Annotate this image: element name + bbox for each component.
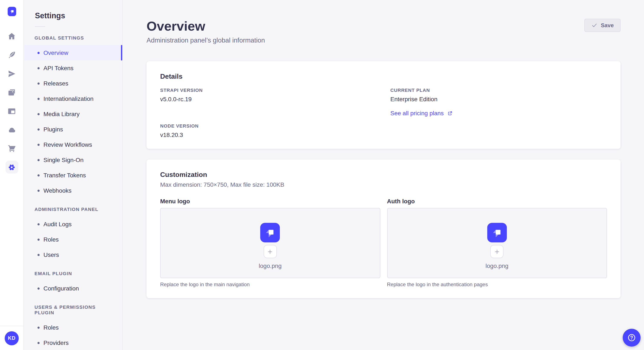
help-button[interactable] (623, 329, 640, 347)
auth-logo-dropzone[interactable]: logo.png (387, 208, 607, 278)
sidebar-item-audit-logs[interactable]: Audit Logs (24, 216, 122, 232)
sidebar-item-admin-roles[interactable]: Roles (24, 232, 122, 247)
strapi-logo[interactable] (8, 7, 16, 16)
bullet-dot (38, 189, 40, 191)
customization-constraints: Max dimension: 750×750, Max file size: 1… (160, 181, 607, 188)
plus-icon (494, 248, 500, 255)
sidebar-item-email-configuration[interactable]: Configuration (24, 281, 122, 296)
field-label: CURRENT PLAN (390, 88, 607, 93)
bullet-dot (38, 174, 40, 176)
marketplace-cart-icon[interactable] (2, 139, 21, 158)
media-library-icon[interactable] (2, 83, 21, 102)
sidebar-item-review-workflows[interactable]: Review Workflows (24, 137, 122, 152)
strapi-logo-glyph (490, 225, 504, 240)
settings-active-tile (5, 161, 18, 174)
section-administration-panel: ADMINISTRATION PANEL Audit Logs Roles Us… (24, 207, 122, 262)
sidebar-item-transfer-tokens[interactable]: Transfer Tokens (24, 168, 122, 183)
menu-logo-preview (260, 223, 280, 242)
menu-logo-add-button[interactable] (264, 245, 277, 258)
sidebar-item-media-library[interactable]: Media Library (24, 106, 122, 122)
auth-logo-label: Auth logo (387, 197, 607, 205)
bullet-dot (38, 82, 40, 84)
bullet-dot (38, 67, 40, 69)
save-button[interactable]: Save (584, 19, 620, 32)
bullet-dot (38, 223, 40, 225)
bullet-dot (38, 254, 40, 256)
page-header: Overview Administration panel’s global i… (146, 19, 620, 44)
rail-footer: KD (0, 326, 24, 350)
page-title: Overview (146, 19, 265, 34)
section-email-plugin: EMAIL PLUGIN Configuration (24, 271, 122, 296)
field-value: Enterprise Edition (390, 96, 607, 103)
bullet-dot (38, 98, 40, 100)
bullet-dot (38, 159, 40, 161)
sidebar-item-internationalization[interactable]: Internationalization (24, 91, 122, 106)
node-version-field: NODE VERSION v18.20.3 (160, 123, 377, 139)
home-icon[interactable] (2, 27, 21, 45)
auth-logo-hint: Replace the logo in the authentication p… (387, 282, 607, 288)
title-divider (35, 26, 45, 27)
auth-logo-filename: logo.png (486, 262, 508, 269)
check-icon (591, 22, 597, 28)
details-card: Details STRAPI VERSION v5.0.0-rc.19 NODE… (146, 61, 620, 149)
paper-plane-icon[interactable] (2, 64, 21, 83)
details-grid: STRAPI VERSION v5.0.0-rc.19 NODE VERSION… (160, 88, 607, 139)
customization-card: Customization Max dimension: 750×750, Ma… (146, 160, 620, 298)
settings-gear-icon[interactable] (2, 158, 21, 176)
strapi-version-field: STRAPI VERSION v5.0.0-rc.19 (160, 88, 377, 103)
menu-logo-hint: Replace the logo in the main navigation (160, 282, 380, 288)
sidebar-item-releases[interactable]: Releases (24, 76, 122, 91)
section-global-settings: GLOBAL SETTINGS Overview API Tokens Rele… (24, 35, 122, 198)
details-col-right: CURRENT PLAN Enterprise Edition See all … (390, 88, 607, 139)
user-avatar[interactable]: KD (5, 331, 19, 345)
menu-logo-filename: logo.png (259, 262, 282, 269)
details-card-title: Details (160, 72, 607, 81)
content-layout-icon[interactable] (2, 102, 21, 120)
menu-logo-label: Menu logo (160, 197, 380, 205)
sidebar-item-plugins[interactable]: Plugins (24, 122, 122, 137)
sidebar-item-up-roles[interactable]: Roles (24, 320, 122, 335)
bullet-dot (38, 128, 40, 130)
page-subtitle: Administration panel’s global informatio… (146, 37, 265, 44)
page-title-block: Overview Administration panel’s global i… (146, 19, 265, 44)
current-plan-field: CURRENT PLAN Enterprise Edition (390, 88, 607, 103)
plus-icon (267, 248, 274, 255)
external-link-icon (447, 110, 453, 116)
section-users-permissions-plugin: USERS & PERMISSIONS PLUGIN Roles Provide… (24, 305, 122, 350)
field-value: v5.0.0-rc.19 (160, 96, 377, 103)
bullet-dot (38, 113, 40, 115)
menu-logo-dropzone[interactable]: logo.png (160, 208, 380, 278)
bullet-dot (38, 238, 40, 240)
sidebar-item-single-sign-on[interactable]: Single Sign-On (24, 152, 122, 168)
main-content: Overview Administration panel’s global i… (123, 0, 644, 350)
field-label: NODE VERSION (160, 123, 377, 129)
sidebar-title: Settings (35, 11, 122, 20)
sidebar-item-webhooks[interactable]: Webhooks (24, 183, 122, 198)
bullet-dot (38, 287, 40, 289)
main-nav-rail: KD (0, 0, 24, 350)
customization-card-title: Customization (160, 171, 607, 179)
logo-columns: Menu logo logo.png (160, 197, 607, 288)
sidebar-item-api-tokens[interactable]: API Tokens (24, 60, 122, 76)
bullet-dot (38, 52, 40, 54)
settings-sidebar: Settings GLOBAL SETTINGS Overview API To… (24, 0, 123, 350)
rail-nav (2, 27, 21, 176)
field-label: STRAPI VERSION (160, 88, 377, 93)
auth-logo-preview (487, 223, 507, 242)
section-label: GLOBAL SETTINGS (34, 35, 112, 41)
sidebar-item-admin-users[interactable]: Users (24, 247, 122, 262)
sidebar-item-up-providers[interactable]: Providers (24, 335, 122, 350)
auth-logo-add-button[interactable] (490, 245, 504, 258)
feather-icon[interactable] (2, 45, 21, 64)
section-label: ADMINISTRATION PANEL (34, 207, 112, 212)
section-label: EMAIL PLUGIN (34, 271, 112, 276)
section-label: USERS & PERMISSIONS PLUGIN (34, 305, 112, 316)
field-value: v18.20.3 (160, 131, 377, 139)
sidebar-item-overview[interactable]: Overview (24, 45, 122, 60)
strapi-logo-glyph (263, 225, 278, 240)
strapi-logo-glyph (8, 8, 15, 15)
cloud-icon[interactable] (2, 120, 21, 139)
bullet-dot (38, 342, 40, 344)
pricing-plans-link[interactable]: See all pricing plans (390, 110, 453, 117)
auth-logo-field: Auth logo logo.png (387, 197, 607, 288)
